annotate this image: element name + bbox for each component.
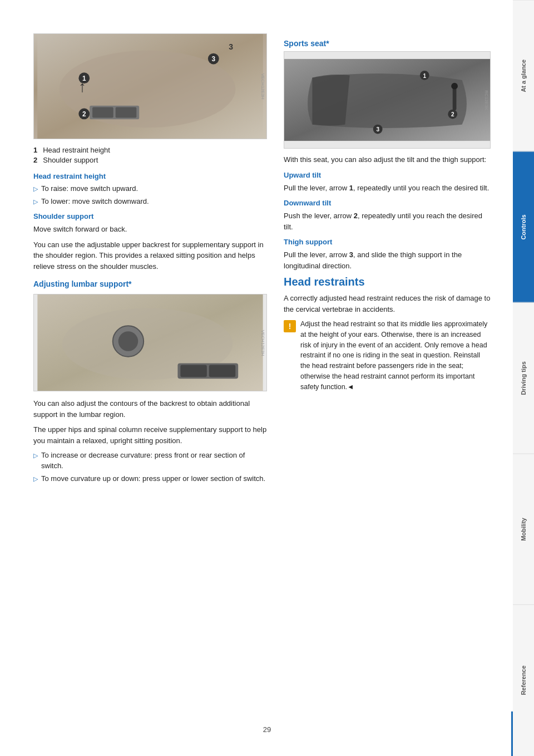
- left-column: ↑ 3 2 1 VECH1: [33, 33, 267, 723]
- lumbar-bullet-1-text: To increase or decrease curvature: press…: [41, 450, 267, 470]
- svg-rect-17: [180, 365, 206, 377]
- svg-rect-11: [116, 107, 137, 118]
- bullet-arrow-icon-3: ▷: [33, 451, 38, 470]
- sports-seat-image: 1 2 3 RC12E3K: [284, 51, 491, 149]
- sidebar-tab-at-a-glance[interactable]: At a glance: [513, 0, 534, 151]
- list-item-2: 2 Shoulder support: [33, 156, 267, 164]
- head-restraint-heading: Head restraint height: [33, 172, 267, 180]
- sports-seat-body: With this seat, you can also adjust the …: [284, 154, 491, 165]
- svg-point-15: [118, 332, 139, 352]
- thigh-support-heading: Thigh support: [284, 238, 491, 246]
- right-column: Sports seat*: [284, 33, 491, 723]
- downward-tilt-body: Push the lever, arrow 2, repeatedly unti…: [284, 210, 491, 232]
- downward-tilt-heading: Downward tilt: [284, 199, 491, 207]
- warning-box: ! Adjust the head restraint so that its …: [284, 319, 491, 392]
- page-number: 29: [263, 725, 271, 734]
- sidebar-tab-mobility[interactable]: Mobility: [513, 454, 534, 605]
- lumbar-body1: You can also adjust the contours of the …: [33, 398, 267, 420]
- svg-text:2: 2: [451, 111, 454, 117]
- svg-text:1: 1: [82, 75, 86, 82]
- list-item-1: 1 Head restraint height: [33, 146, 267, 154]
- head-restraints-heading: Head restraints: [284, 276, 491, 288]
- warning-icon: !: [284, 320, 296, 332]
- lumbar-body2: The upper hips and spinal column receive…: [33, 424, 267, 446]
- shoulder-support-heading: Shoulder support: [33, 212, 267, 220]
- svg-text:2: 2: [82, 110, 86, 118]
- sidebar-tab-reference[interactable]: Reference: [513, 605, 534, 756]
- item-number-2: 2: [33, 156, 37, 164]
- svg-point-21: [451, 83, 458, 90]
- svg-rect-20: [453, 87, 457, 110]
- shoulder-support-body2: You can use the adjustable upper backres…: [33, 239, 267, 272]
- warning-symbol: !: [289, 321, 291, 332]
- lumbar-bullet-2: ▷ To move curvature up or down: press up…: [33, 474, 267, 484]
- page-marker-line: [511, 711, 513, 756]
- sports-watermark: RC12E3K: [484, 90, 489, 110]
- numbered-items-list: 1 Head restraint height 2 Shoulder suppo…: [33, 146, 267, 164]
- head-restraints-body: A correctly adjusted head restraint redu…: [284, 293, 491, 315]
- lumbar-bullet-1: ▷ To increase or decrease curvature: pre…: [33, 450, 267, 470]
- svg-text:1: 1: [423, 73, 426, 79]
- svg-rect-18: [209, 365, 235, 377]
- item-label-1: Head restraint height: [43, 146, 110, 154]
- bullet-arrow-icon-1: ▷: [33, 185, 38, 194]
- image-watermark: VECH12E3H: [260, 73, 265, 100]
- bullet-lower: ▷ To lower: move switch downward.: [33, 197, 267, 207]
- item-label-2: Shoulder support: [43, 156, 98, 164]
- bullet-raise: ▷ To raise: move switch upward.: [33, 184, 267, 194]
- lumbar-image: VECH12E3H: [33, 294, 267, 391]
- svg-rect-10: [92, 107, 113, 118]
- svg-text:3: 3: [211, 55, 215, 63]
- bullet-raise-text: To raise: move switch upward.: [41, 184, 138, 194]
- warning-text: Adjust the head restraint so that its mi…: [300, 319, 491, 392]
- sidebar-tab-driving-tips[interactable]: Driving tips: [513, 302, 534, 454]
- lumbar-bullet-2-text: To move curvature up or down: press uppe…: [41, 474, 265, 484]
- seat-top-image: ↑ 3 2 1 VECH1: [33, 33, 267, 139]
- sports-seat-heading: Sports seat*: [284, 39, 491, 48]
- shoulder-support-body1: Move switch forward or back.: [33, 224, 267, 235]
- item-number-1: 1: [33, 146, 37, 154]
- sidebar-tab-controls[interactable]: Controls: [513, 151, 534, 303]
- sidebar: At a glance Controls Driving tips Mobili…: [513, 0, 534, 756]
- svg-text:3: 3: [376, 126, 379, 132]
- adjusting-lumbar-heading: Adjusting lumbar support*: [33, 279, 267, 288]
- upward-tilt-heading: Upward tilt: [284, 171, 491, 179]
- upward-tilt-body: Pull the lever, arrow 1, repeatedly unti…: [284, 183, 491, 194]
- bullet-arrow-icon-2: ▷: [33, 198, 38, 207]
- thigh-support-body: Pull the lever, arrow 3, and slide the t…: [284, 249, 491, 271]
- bullet-lower-text: To lower: move switch downward.: [41, 197, 149, 207]
- lumbar-watermark: VECH12E3H: [260, 330, 265, 356]
- bullet-arrow-icon-4: ▷: [33, 475, 38, 484]
